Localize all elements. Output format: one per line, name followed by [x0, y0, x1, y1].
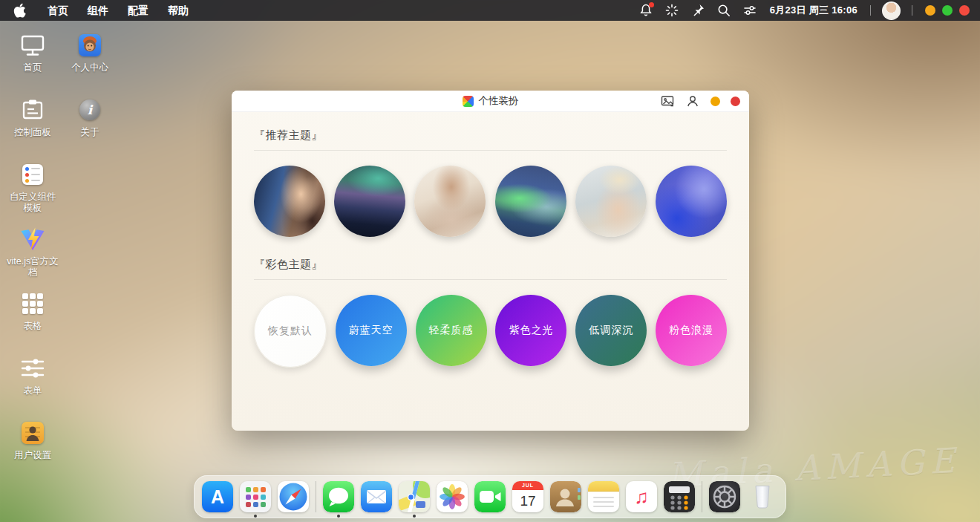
photo-theme-scarf-girl[interactable]: [414, 166, 486, 237]
menubar-item-2[interactable]: 配置: [118, 0, 158, 21]
running-indicator: [337, 515, 340, 518]
window-minimize-button[interactable]: [710, 97, 720, 106]
dock-icon-app-store[interactable]: A: [202, 481, 233, 512]
personal-center-app-icon: [79, 34, 101, 56]
dock-icon-photos[interactable]: [437, 481, 468, 512]
dock-icon-safari[interactable]: [278, 481, 309, 512]
info-icon: i: [79, 93, 100, 127]
color-theme-soft-texture[interactable]: 轻柔质感: [416, 295, 487, 366]
theme-circle-row: 恢复默认蔚蓝天空轻柔质感紫色之光低调深沉粉色浪漫: [254, 295, 727, 368]
window-body: 『推荐主题』『彩色主题』恢复默认蔚蓝天空轻柔质感紫色之光低调深沉粉色浪漫: [232, 112, 749, 368]
running-indicator: [254, 515, 257, 518]
dock-separator: [316, 481, 316, 512]
apple-menu-icon[interactable]: [13, 3, 26, 18]
wallpaper-icon[interactable]: [660, 94, 675, 108]
notification-badge: [649, 2, 654, 7]
menubar-item-0[interactable]: 首页: [38, 0, 78, 21]
color-theme-low-key-deep[interactable]: 低调深沉: [575, 295, 647, 366]
section-title-1: 『彩色主题』: [254, 258, 727, 272]
dock-icon-calendar[interactable]: JUL17: [512, 481, 543, 512]
user-icon[interactable]: [685, 94, 700, 108]
desktop-icon-label: vite.js官方文档: [6, 256, 59, 278]
photo-theme-aurora-green[interactable]: [495, 166, 566, 237]
desktop-icon-label: 个人中心: [71, 62, 108, 74]
theme-circle-row: [254, 166, 727, 237]
photo-theme-blue-glow[interactable]: [656, 166, 727, 237]
color-theme-restore-default[interactable]: 恢复默认: [254, 295, 327, 368]
desktop-icon-custom-component-template[interactable]: 自定义组件模板: [6, 157, 59, 222]
color-theme-azure-sky[interactable]: 蔚蓝天空: [336, 295, 407, 366]
photo-theme-portrait-girl[interactable]: [254, 166, 325, 237]
section-title-0: 『推荐主题』: [254, 128, 727, 143]
dock-icon-music[interactable]: ♫: [626, 481, 657, 512]
section-divider: [254, 279, 727, 280]
desktop-icon-personal-center[interactable]: 个人中心: [62, 28, 117, 93]
traffic-light-close[interactable]: [959, 5, 970, 16]
desktop-icon-label: 关于: [81, 127, 99, 138]
info-icon: i: [79, 99, 100, 120]
search-icon[interactable]: [716, 3, 731, 18]
dock-icon-trash[interactable]: [747, 481, 778, 512]
pin-icon[interactable]: [690, 3, 705, 18]
traffic-light-minimize[interactable]: [925, 5, 935, 16]
sliders-icon[interactable]: [742, 3, 757, 18]
desktop-icon-control-panel[interactable]: 控制面板: [6, 93, 59, 157]
menubar-item-1[interactable]: 组件: [78, 0, 118, 21]
window-close-button[interactable]: [731, 97, 740, 106]
dock-icon-mail[interactable]: [361, 481, 392, 512]
menu-bar-right: 6月23日 周三 16:06: [638, 0, 980, 21]
dock-icon-notes[interactable]: [588, 481, 619, 512]
desktop-icon-column-1: 首页控制面板自定义组件模板vite.js官方文档表格表单用户设置: [6, 28, 59, 480]
desktop-icon-label: 表单: [24, 385, 42, 397]
window-app-icon: [463, 96, 474, 107]
window-title: 个性装扮: [479, 94, 519, 108]
desktop-icon-column-2: 个人中心i关于: [62, 28, 117, 157]
dock-icon-calculator[interactable]: [664, 481, 695, 512]
status-icons: [638, 3, 757, 18]
dock-icon-facetime[interactable]: [474, 481, 506, 512]
dock-icon-contacts[interactable]: [550, 481, 581, 512]
desktop-icon-label: 首页: [24, 62, 42, 74]
desktop-icon-form[interactable]: 表单: [6, 351, 59, 416]
desktop-icon-home[interactable]: 首页: [6, 28, 59, 93]
desktop-icon-label: 用户设置: [14, 450, 51, 461]
color-theme-label: 轻柔质感: [429, 324, 474, 337]
color-theme-purple-light[interactable]: 紫色之光: [495, 295, 566, 366]
menubar-item-3[interactable]: 帮助: [158, 0, 198, 21]
traffic-light-maximize[interactable]: [942, 5, 953, 16]
grid-icon: [22, 287, 43, 321]
window-titlebar[interactable]: 个性装扮: [232, 91, 749, 112]
desktop-icon-user-settings[interactable]: 用户设置: [6, 416, 59, 480]
sliders-big-icon: [19, 351, 46, 385]
desktop-icon-about[interactable]: i关于: [62, 93, 117, 157]
menu-items: 首页组件配置帮助: [38, 0, 198, 21]
sparkle-icon[interactable]: [664, 3, 679, 18]
dock-icon-launchpad[interactable]: [240, 481, 271, 512]
calendar-day: 17: [512, 490, 543, 512]
dock-icon-settings[interactable]: [709, 481, 740, 512]
bell-icon[interactable]: [638, 3, 653, 18]
dock-icon-messages[interactable]: [323, 481, 354, 512]
color-theme-label: 蔚蓝天空: [349, 324, 393, 337]
desktop-icon-label: 自定义组件模板: [6, 192, 59, 214]
personalization-window: 个性装扮 『推荐主题』『彩色主题』恢复默认蔚蓝天空轻柔质感紫色之光低调深沉粉色浪…: [232, 91, 749, 431]
photo-theme-aurora-lake[interactable]: [334, 166, 405, 237]
color-theme-label: 紫色之光: [509, 324, 553, 337]
desktop-icon-vite-docs[interactable]: vite.js官方文档: [6, 222, 59, 287]
window-titlebar-actions: [660, 94, 749, 108]
desktop-icon-label: 控制面板: [14, 127, 51, 138]
dock-icon-maps[interactable]: [399, 481, 430, 512]
traffic-lights: [925, 5, 970, 16]
section-divider: [254, 150, 727, 151]
reminders-icon: [22, 164, 43, 185]
user-settings-app-icon: [22, 422, 44, 444]
photo-theme-beach-hat[interactable]: [575, 166, 647, 237]
clipboard-icon: [20, 93, 45, 127]
desktop-icon-table[interactable]: 表格: [6, 287, 59, 351]
color-theme-label: 粉色浪漫: [669, 324, 713, 337]
user-avatar[interactable]: [882, 1, 901, 20]
color-theme-pink-romance[interactable]: 粉色浪漫: [656, 295, 727, 366]
color-theme-label: 恢复默认: [268, 324, 313, 338]
avatar-app-icon: [79, 28, 101, 62]
user-app-icon: [22, 416, 44, 450]
